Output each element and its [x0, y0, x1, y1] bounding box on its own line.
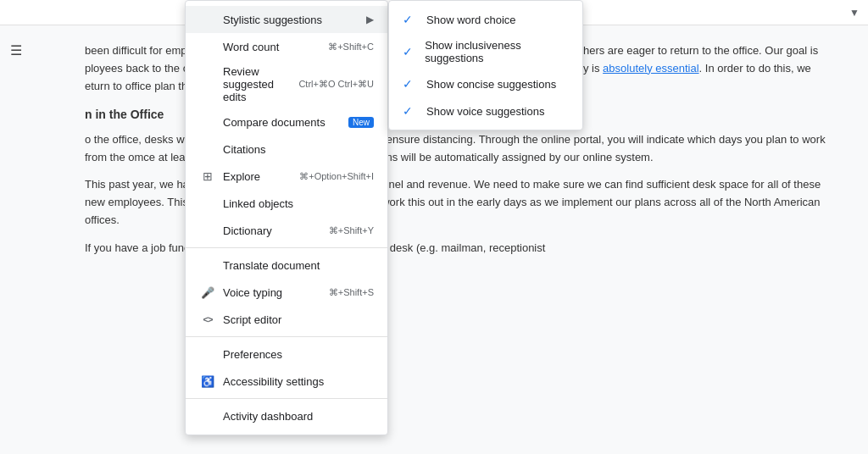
compare-docs-badge: New: [348, 117, 374, 128]
dictionary-label: Dictionary: [223, 224, 322, 237]
show-concise-label: Show concise suggestions: [426, 78, 556, 91]
accessibility-label: Accessibility settings: [223, 375, 374, 388]
submenu-item-show-concise[interactable]: ✓ Show concise suggestions: [389, 70, 582, 97]
word-count-label: Word count: [223, 41, 321, 53]
menu-item-voice-typing[interactable]: 🎤 Voice typing ⌘+Shift+S: [186, 279, 387, 306]
sidebar-icon: ☰: [10, 42, 22, 58]
absolutely-essential-link[interactable]: absolutely essential: [603, 62, 698, 75]
submenu-item-show-voice[interactable]: ✓ Show voice suggestions: [389, 97, 582, 125]
menu-item-script-editor[interactable]: <> Script editor: [186, 306, 387, 333]
stylistic-label: Stylistic suggestions: [223, 14, 366, 26]
voice-typing-label: Voice typing: [223, 286, 322, 299]
submenu-arrow-icon: ▶: [366, 14, 374, 25]
code-icon: <>: [199, 314, 216, 324]
dropdown-arrow[interactable]: ▼: [849, 7, 860, 19]
preferences-label: Preferences: [223, 348, 374, 361]
menu-item-dictionary[interactable]: Dictionary ⌘+Shift+Y: [186, 217, 387, 244]
translate-label: Translate document: [223, 259, 374, 272]
voice-typing-shortcut: ⌘+Shift+S: [329, 287, 374, 298]
submenu-item-show-word-choice[interactable]: ✓ Show word choice: [389, 6, 582, 33]
mic-icon: 🎤: [199, 286, 216, 299]
menu-item-word-count[interactable]: Word count ⌘+Shift+C: [186, 33, 387, 60]
menu-item-preferences[interactable]: Preferences: [186, 340, 387, 368]
check-word-choice-icon: ✓: [403, 13, 420, 26]
submenu-item-show-inclusiveness[interactable]: ✓ Show inclusiveness suggestions: [389, 33, 582, 70]
explore-icon: ⊞: [199, 169, 216, 183]
menu-item-activity[interactable]: Activity dashboard: [186, 402, 387, 429]
menu-item-explore[interactable]: ⊞ Explore ⌘+Option+Shift+I: [186, 163, 387, 190]
word-count-shortcut: ⌘+Shift+C: [328, 42, 374, 53]
show-word-choice-label: Show word choice: [426, 14, 516, 26]
menu-item-accessibility[interactable]: ♿ Accessibility settings: [186, 368, 387, 395]
review-edits-label: Review suggested edits: [223, 65, 292, 103]
stylistic-submenu: ✓ Show word choice ✓ Show inclusiveness …: [388, 0, 583, 130]
compare-docs-label: Compare documents: [223, 116, 342, 129]
activity-label: Activity dashboard: [223, 410, 374, 423]
check-inclusiveness-icon: ✓: [403, 45, 418, 58]
show-voice-label: Show voice suggestions: [426, 105, 544, 118]
show-inclusiveness-label: Show inclusiveness suggestions: [425, 39, 569, 64]
menu-item-linked-objects[interactable]: Linked objects: [186, 190, 387, 217]
dictionary-shortcut: ⌘+Shift+Y: [329, 225, 374, 236]
menu-divider-2: [186, 336, 387, 337]
menu-divider-1: [186, 247, 387, 248]
review-edits-shortcut: Ctrl+⌘O Ctrl+⌘U: [298, 79, 374, 90]
menu-item-stylistic[interactable]: Stylistic suggestions ▶: [186, 6, 387, 33]
check-concise-icon: ✓: [403, 77, 420, 91]
linked-objects-label: Linked objects: [223, 197, 374, 210]
menu-divider-3: [186, 398, 387, 399]
accessibility-icon: ♿: [199, 375, 216, 388]
menu-item-review-edits[interactable]: Review suggested edits Ctrl+⌘O Ctrl+⌘U: [186, 60, 387, 108]
tools-menu: Stylistic suggestions ▶ Word count ⌘+Shi…: [185, 0, 388, 435]
explore-label: Explore: [223, 170, 292, 183]
explore-shortcut: ⌘+Option+Shift+I: [299, 171, 374, 182]
check-voice-icon: ✓: [403, 104, 420, 118]
menu-item-citations[interactable]: Citations: [186, 136, 387, 163]
citations-label: Citations: [223, 143, 374, 156]
menu-item-compare-docs[interactable]: Compare documents New: [186, 108, 387, 136]
script-editor-label: Script editor: [223, 313, 374, 326]
menu-item-translate[interactable]: Translate document: [186, 252, 387, 279]
